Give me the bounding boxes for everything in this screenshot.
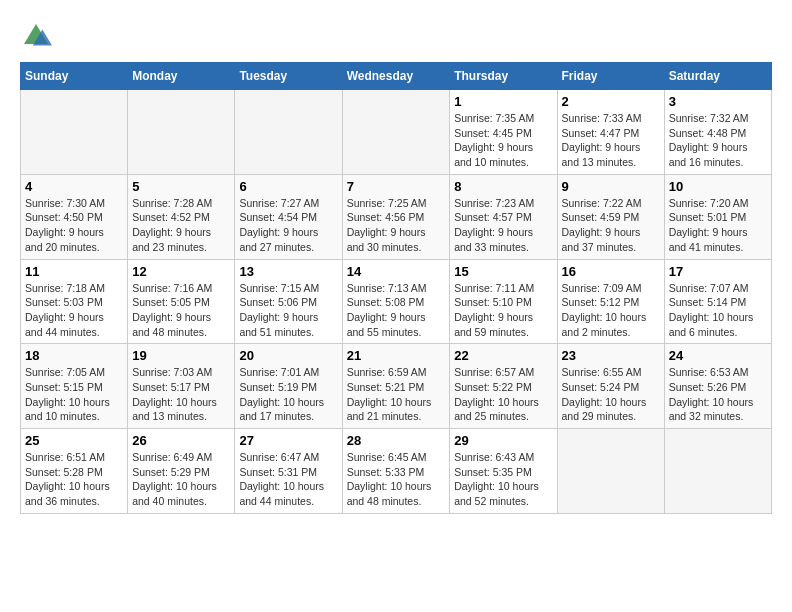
day-number: 9 <box>562 179 660 194</box>
day-number: 26 <box>132 433 230 448</box>
header-cell-friday: Friday <box>557 63 664 90</box>
day-info: Sunrise: 7:27 AM Sunset: 4:54 PM Dayligh… <box>239 196 337 255</box>
day-number: 1 <box>454 94 552 109</box>
day-info: Sunrise: 6:47 AM Sunset: 5:31 PM Dayligh… <box>239 450 337 509</box>
calendar-cell: 10Sunrise: 7:20 AM Sunset: 5:01 PM Dayli… <box>664 174 771 259</box>
day-info: Sunrise: 6:49 AM Sunset: 5:29 PM Dayligh… <box>132 450 230 509</box>
calendar-cell: 3Sunrise: 7:32 AM Sunset: 4:48 PM Daylig… <box>664 90 771 175</box>
day-info: Sunrise: 7:22 AM Sunset: 4:59 PM Dayligh… <box>562 196 660 255</box>
calendar-cell <box>557 429 664 514</box>
day-info: Sunrise: 7:33 AM Sunset: 4:47 PM Dayligh… <box>562 111 660 170</box>
day-info: Sunrise: 7:30 AM Sunset: 4:50 PM Dayligh… <box>25 196 123 255</box>
calendar-week-1: 1Sunrise: 7:35 AM Sunset: 4:45 PM Daylig… <box>21 90 772 175</box>
calendar-cell: 18Sunrise: 7:05 AM Sunset: 5:15 PM Dayli… <box>21 344 128 429</box>
day-number: 27 <box>239 433 337 448</box>
calendar-cell: 6Sunrise: 7:27 AM Sunset: 4:54 PM Daylig… <box>235 174 342 259</box>
header-cell-tuesday: Tuesday <box>235 63 342 90</box>
day-info: Sunrise: 7:01 AM Sunset: 5:19 PM Dayligh… <box>239 365 337 424</box>
day-info: Sunrise: 7:20 AM Sunset: 5:01 PM Dayligh… <box>669 196 767 255</box>
day-number: 19 <box>132 348 230 363</box>
header-cell-saturday: Saturday <box>664 63 771 90</box>
day-number: 15 <box>454 264 552 279</box>
calendar-cell: 2Sunrise: 7:33 AM Sunset: 4:47 PM Daylig… <box>557 90 664 175</box>
day-info: Sunrise: 7:35 AM Sunset: 4:45 PM Dayligh… <box>454 111 552 170</box>
day-info: Sunrise: 7:23 AM Sunset: 4:57 PM Dayligh… <box>454 196 552 255</box>
day-number: 6 <box>239 179 337 194</box>
logo-icon <box>20 20 52 52</box>
page-header <box>20 20 772 52</box>
day-number: 25 <box>25 433 123 448</box>
day-info: Sunrise: 7:16 AM Sunset: 5:05 PM Dayligh… <box>132 281 230 340</box>
calendar-cell: 26Sunrise: 6:49 AM Sunset: 5:29 PM Dayli… <box>128 429 235 514</box>
day-number: 13 <box>239 264 337 279</box>
day-number: 28 <box>347 433 446 448</box>
day-info: Sunrise: 7:32 AM Sunset: 4:48 PM Dayligh… <box>669 111 767 170</box>
calendar-cell <box>664 429 771 514</box>
header-cell-sunday: Sunday <box>21 63 128 90</box>
day-number: 10 <box>669 179 767 194</box>
calendar-cell: 9Sunrise: 7:22 AM Sunset: 4:59 PM Daylig… <box>557 174 664 259</box>
day-info: Sunrise: 7:05 AM Sunset: 5:15 PM Dayligh… <box>25 365 123 424</box>
calendar-header: SundayMondayTuesdayWednesdayThursdayFrid… <box>21 63 772 90</box>
calendar-cell: 24Sunrise: 6:53 AM Sunset: 5:26 PM Dayli… <box>664 344 771 429</box>
day-number: 12 <box>132 264 230 279</box>
calendar-cell: 23Sunrise: 6:55 AM Sunset: 5:24 PM Dayli… <box>557 344 664 429</box>
calendar-cell: 22Sunrise: 6:57 AM Sunset: 5:22 PM Dayli… <box>450 344 557 429</box>
day-number: 21 <box>347 348 446 363</box>
day-number: 20 <box>239 348 337 363</box>
calendar-week-2: 4Sunrise: 7:30 AM Sunset: 4:50 PM Daylig… <box>21 174 772 259</box>
calendar-cell: 28Sunrise: 6:45 AM Sunset: 5:33 PM Dayli… <box>342 429 450 514</box>
calendar-cell: 14Sunrise: 7:13 AM Sunset: 5:08 PM Dayli… <box>342 259 450 344</box>
day-number: 11 <box>25 264 123 279</box>
day-info: Sunrise: 6:59 AM Sunset: 5:21 PM Dayligh… <box>347 365 446 424</box>
calendar-cell: 25Sunrise: 6:51 AM Sunset: 5:28 PM Dayli… <box>21 429 128 514</box>
calendar-cell: 15Sunrise: 7:11 AM Sunset: 5:10 PM Dayli… <box>450 259 557 344</box>
day-info: Sunrise: 7:13 AM Sunset: 5:08 PM Dayligh… <box>347 281 446 340</box>
day-info: Sunrise: 7:11 AM Sunset: 5:10 PM Dayligh… <box>454 281 552 340</box>
calendar-cell <box>342 90 450 175</box>
day-number: 16 <box>562 264 660 279</box>
calendar-body: 1Sunrise: 7:35 AM Sunset: 4:45 PM Daylig… <box>21 90 772 514</box>
calendar-cell: 21Sunrise: 6:59 AM Sunset: 5:21 PM Dayli… <box>342 344 450 429</box>
calendar-cell: 5Sunrise: 7:28 AM Sunset: 4:52 PM Daylig… <box>128 174 235 259</box>
day-number: 24 <box>669 348 767 363</box>
header-cell-thursday: Thursday <box>450 63 557 90</box>
day-number: 22 <box>454 348 552 363</box>
day-number: 4 <box>25 179 123 194</box>
day-info: Sunrise: 7:09 AM Sunset: 5:12 PM Dayligh… <box>562 281 660 340</box>
calendar-cell: 1Sunrise: 7:35 AM Sunset: 4:45 PM Daylig… <box>450 90 557 175</box>
calendar-week-3: 11Sunrise: 7:18 AM Sunset: 5:03 PM Dayli… <box>21 259 772 344</box>
day-number: 17 <box>669 264 767 279</box>
logo <box>20 20 56 52</box>
day-number: 8 <box>454 179 552 194</box>
header-cell-monday: Monday <box>128 63 235 90</box>
day-info: Sunrise: 7:28 AM Sunset: 4:52 PM Dayligh… <box>132 196 230 255</box>
day-info: Sunrise: 6:51 AM Sunset: 5:28 PM Dayligh… <box>25 450 123 509</box>
calendar-week-4: 18Sunrise: 7:05 AM Sunset: 5:15 PM Dayli… <box>21 344 772 429</box>
calendar-cell: 20Sunrise: 7:01 AM Sunset: 5:19 PM Dayli… <box>235 344 342 429</box>
day-number: 7 <box>347 179 446 194</box>
calendar-cell <box>235 90 342 175</box>
day-number: 3 <box>669 94 767 109</box>
calendar-cell: 27Sunrise: 6:47 AM Sunset: 5:31 PM Dayli… <box>235 429 342 514</box>
calendar-cell: 16Sunrise: 7:09 AM Sunset: 5:12 PM Dayli… <box>557 259 664 344</box>
day-info: Sunrise: 6:53 AM Sunset: 5:26 PM Dayligh… <box>669 365 767 424</box>
header-row: SundayMondayTuesdayWednesdayThursdayFrid… <box>21 63 772 90</box>
calendar-cell: 17Sunrise: 7:07 AM Sunset: 5:14 PM Dayli… <box>664 259 771 344</box>
day-info: Sunrise: 7:03 AM Sunset: 5:17 PM Dayligh… <box>132 365 230 424</box>
day-info: Sunrise: 7:15 AM Sunset: 5:06 PM Dayligh… <box>239 281 337 340</box>
calendar-cell: 4Sunrise: 7:30 AM Sunset: 4:50 PM Daylig… <box>21 174 128 259</box>
calendar-table: SundayMondayTuesdayWednesdayThursdayFrid… <box>20 62 772 514</box>
calendar-cell: 11Sunrise: 7:18 AM Sunset: 5:03 PM Dayli… <box>21 259 128 344</box>
day-number: 23 <box>562 348 660 363</box>
calendar-cell: 8Sunrise: 7:23 AM Sunset: 4:57 PM Daylig… <box>450 174 557 259</box>
day-number: 14 <box>347 264 446 279</box>
calendar-cell: 29Sunrise: 6:43 AM Sunset: 5:35 PM Dayli… <box>450 429 557 514</box>
day-info: Sunrise: 7:07 AM Sunset: 5:14 PM Dayligh… <box>669 281 767 340</box>
day-info: Sunrise: 7:18 AM Sunset: 5:03 PM Dayligh… <box>25 281 123 340</box>
day-number: 5 <box>132 179 230 194</box>
day-info: Sunrise: 6:55 AM Sunset: 5:24 PM Dayligh… <box>562 365 660 424</box>
day-number: 29 <box>454 433 552 448</box>
day-number: 2 <box>562 94 660 109</box>
calendar-cell: 13Sunrise: 7:15 AM Sunset: 5:06 PM Dayli… <box>235 259 342 344</box>
